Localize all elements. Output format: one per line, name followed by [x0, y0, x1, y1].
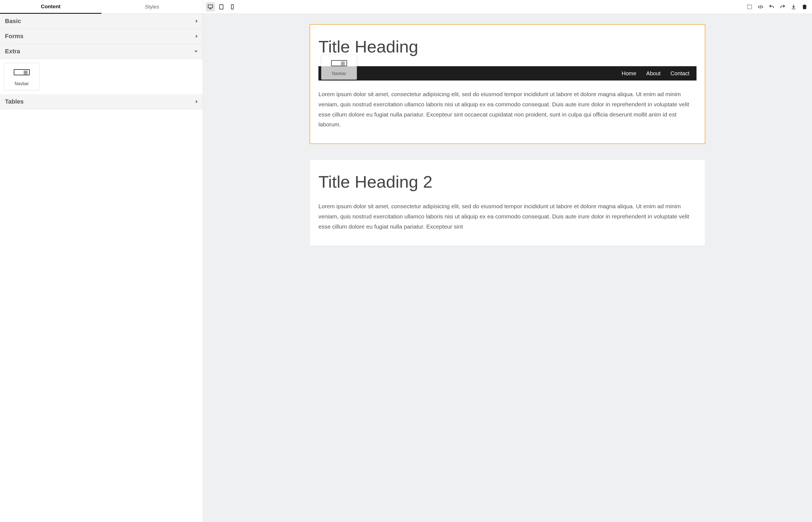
undo-icon — [769, 4, 775, 10]
section-tables[interactable]: Tables — [0, 94, 202, 109]
canvas[interactable]: Navbar Title Heading Home About Contact … — [203, 14, 812, 522]
toolbar — [203, 0, 812, 14]
select-marquee-button[interactable] — [745, 2, 754, 12]
redo-icon — [779, 4, 786, 10]
section-extra[interactable]: Extra — [0, 44, 202, 59]
download-icon — [791, 4, 797, 10]
tab-styles[interactable]: Styles — [101, 0, 203, 14]
section-label: Tables — [5, 98, 24, 105]
code-icon — [757, 4, 763, 10]
select-marquee-icon — [747, 4, 753, 10]
undo-button[interactable] — [767, 2, 776, 12]
navbar-icon — [14, 69, 30, 75]
section-forms[interactable]: Forms — [0, 29, 202, 44]
section-label: Forms — [5, 33, 23, 40]
redo-button[interactable] — [778, 2, 787, 12]
nav-link-contact[interactable]: Contact — [670, 70, 689, 77]
tab-content[interactable]: Content — [0, 0, 101, 14]
card-body[interactable]: Lorem ipsum dolor sit amet, consectetur … — [318, 89, 697, 130]
device-mobile-button[interactable] — [228, 2, 237, 12]
chevron-right-icon — [196, 100, 198, 103]
workspace: Navbar Title Heading Home About Contact … — [203, 0, 812, 522]
section-label: Basic — [5, 18, 21, 25]
block-label: Navbar — [6, 81, 37, 86]
device-desktop-button[interactable] — [206, 2, 215, 12]
device-tablet-button[interactable] — [217, 2, 226, 12]
navbar-component[interactable]: Home About Contact — [318, 66, 697, 80]
nav-link-home[interactable]: Home — [622, 70, 636, 77]
trash-icon — [801, 4, 808, 10]
chevron-down-icon — [194, 51, 198, 53]
delete-button[interactable] — [800, 2, 809, 12]
svg-rect-1 — [220, 4, 223, 9]
tablet-icon — [218, 4, 225, 10]
chevron-right-icon — [196, 20, 198, 23]
block-navbar[interactable]: Navbar — [4, 63, 40, 91]
chevron-right-icon — [196, 35, 198, 38]
card-title[interactable]: Title Heading 2 — [318, 172, 697, 192]
section-basic[interactable]: Basic — [0, 14, 202, 29]
desktop-icon — [207, 4, 213, 10]
mobile-icon — [229, 4, 235, 10]
code-button[interactable] — [756, 2, 765, 12]
svg-rect-2 — [232, 4, 233, 9]
page-card-2[interactable]: Title Heading 2 Lorem ipsum dolor sit am… — [310, 160, 705, 245]
toolbar-actions — [745, 2, 809, 12]
nav-link-about[interactable]: About — [646, 70, 660, 77]
device-switcher — [206, 2, 237, 12]
card-title[interactable]: Title Heading — [318, 37, 697, 56]
download-button[interactable] — [789, 2, 798, 12]
card-body[interactable]: Lorem ipsum dolor sit amet, consectetur … — [318, 201, 697, 232]
section-label: Extra — [5, 48, 20, 55]
sidebar-tabs: Content Styles — [0, 0, 202, 14]
blocks-area: Navbar — [0, 59, 202, 94]
sidebar: Content Styles Basic Forms Extra Navbar … — [0, 0, 203, 522]
page-card-1[interactable]: Navbar Title Heading Home About Contact … — [310, 25, 705, 143]
svg-rect-3 — [748, 5, 752, 9]
svg-rect-0 — [208, 5, 213, 8]
